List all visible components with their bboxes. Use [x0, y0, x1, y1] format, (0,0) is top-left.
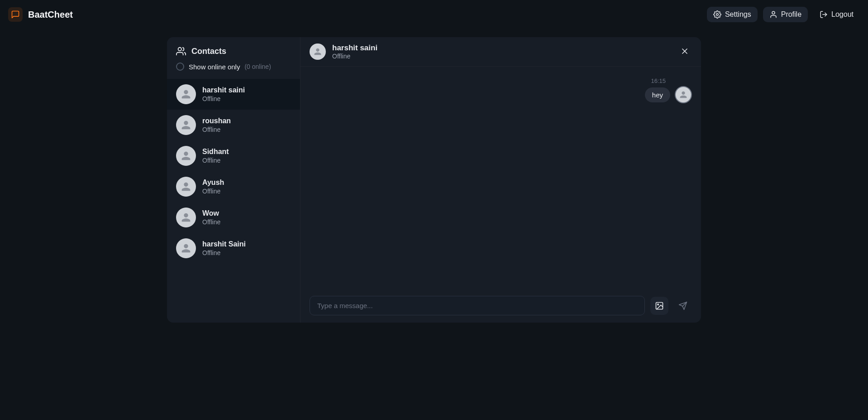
contact-status: Offline — [202, 95, 245, 102]
contact-name: harshit Saini — [202, 240, 246, 248]
chat-user-name: harshit saini — [332, 43, 377, 53]
online-filter[interactable]: Show online only (0 online) — [176, 63, 291, 71]
logout-label: Logout — [831, 10, 854, 19]
contact-avatar — [176, 238, 196, 258]
send-button[interactable] — [674, 297, 692, 315]
top-actions: Settings Profile Logout — [707, 7, 860, 22]
filter-label: Show online only — [189, 63, 240, 71]
message-list: 16:15 hey — [300, 67, 701, 289]
logout-button[interactable]: Logout — [813, 7, 860, 22]
close-icon — [680, 47, 689, 56]
person-icon — [180, 211, 192, 224]
person-icon — [180, 88, 192, 101]
attach-image-button[interactable] — [650, 297, 668, 315]
svg-point-1 — [772, 11, 775, 14]
person-icon — [180, 242, 192, 255]
contact-row[interactable]: Wow Offline — [167, 202, 300, 233]
message-time: 16:15 — [651, 77, 666, 84]
contact-status: Offline — [202, 249, 246, 256]
person-icon — [180, 150, 192, 162]
contact-avatar — [176, 208, 196, 227]
person-icon — [180, 180, 192, 193]
contact-row[interactable]: harshit Saini Offline — [167, 233, 300, 264]
contact-name: Wow — [202, 209, 220, 217]
contact-name: Ayush — [202, 179, 224, 187]
settings-label: Settings — [725, 10, 751, 19]
sidebar-title: Contacts — [191, 47, 226, 56]
close-chat-button[interactable] — [677, 44, 692, 60]
user-icon — [769, 10, 777, 19]
toggle-circle-icon — [176, 63, 184, 71]
chat-user-status: Offline — [332, 53, 377, 60]
contact-status: Offline — [202, 188, 224, 195]
message-avatar — [675, 86, 692, 103]
contact-name: Sidhant — [202, 148, 229, 156]
brand: BaatCheet — [8, 7, 73, 22]
contact-status: Offline — [202, 157, 229, 164]
send-icon — [678, 301, 687, 310]
contact-name: harshit saini — [202, 86, 245, 94]
contact-row[interactable]: harshit saini Offline — [167, 79, 300, 110]
chat-header: harshit saini Offline — [300, 37, 701, 67]
svg-point-7 — [658, 304, 659, 305]
online-count: (0 online) — [244, 63, 271, 70]
topbar: BaatCheet Settings Profile Logout — [0, 0, 868, 29]
contact-status: Offline — [202, 126, 231, 133]
contact-name: roushan — [202, 117, 231, 125]
contact-avatar — [176, 84, 196, 104]
profile-button[interactable]: Profile — [763, 7, 808, 22]
svg-point-3 — [178, 48, 181, 51]
message-group: 16:15 hey — [310, 77, 692, 103]
message-bubble: hey — [645, 87, 670, 102]
chat-user-avatar — [310, 43, 326, 60]
message-input[interactable] — [310, 296, 645, 315]
profile-label: Profile — [781, 10, 801, 19]
sidebar-header: Contacts Show online only (0 online) — [167, 37, 300, 77]
settings-button[interactable]: Settings — [707, 7, 758, 22]
brand-name: BaatCheet — [28, 10, 73, 20]
composer — [300, 289, 701, 323]
logout-icon — [820, 10, 828, 19]
contact-status: Offline — [202, 218, 220, 226]
sidebar: Contacts Show online only (0 online) har… — [167, 37, 300, 323]
contact-avatar — [176, 177, 196, 197]
contact-list: harshit saini Offline roushan Offline Si… — [167, 79, 300, 323]
svg-point-0 — [716, 14, 719, 16]
contact-avatar — [176, 115, 196, 135]
app-shell: Contacts Show online only (0 online) har… — [167, 37, 701, 323]
person-icon — [313, 47, 323, 57]
chat-panel: harshit saini Offline 16:15 hey — [300, 37, 701, 323]
contacts-icon — [176, 46, 186, 56]
gear-icon — [713, 10, 721, 19]
contact-avatar — [176, 146, 196, 166]
person-icon — [678, 90, 688, 100]
contact-row[interactable]: Ayush Offline — [167, 171, 300, 202]
brand-logo — [8, 7, 23, 22]
person-icon — [180, 119, 192, 131]
contact-row[interactable]: roushan Offline — [167, 110, 300, 140]
contact-row[interactable]: Sidhant Offline — [167, 140, 300, 171]
chat-icon — [11, 10, 20, 19]
image-icon — [655, 301, 664, 310]
